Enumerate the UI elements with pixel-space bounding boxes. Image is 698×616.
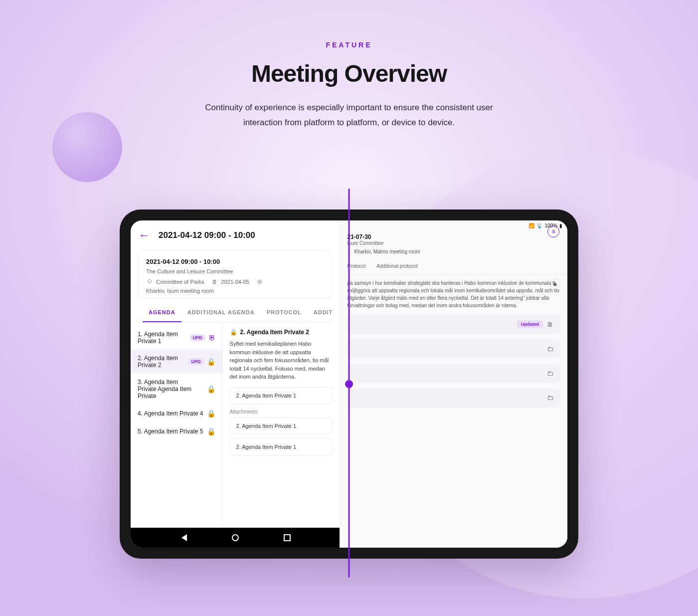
ios-body: ◉ pa samsyn i hur kemikalier strategiskt… xyxy=(340,274,567,548)
item-label: 2. Agenda Item Private 2 xyxy=(138,355,185,369)
tab-additional-protocol[interactable]: Additional protocol xyxy=(376,263,417,269)
folder-icon: 🗀 xyxy=(547,394,553,402)
android-pane: ← 2021-04-12 09:00 - 10:00 2021-04-12 09… xyxy=(131,220,340,548)
detail-body: Syftet med kemikalieplanen Habo kommun i… xyxy=(230,340,333,381)
item-label: 4. Agenda Item Private 4 xyxy=(138,410,203,417)
tab-additional-agenda[interactable]: ADDITIONAL AGENDA xyxy=(181,302,261,322)
left-split: 1. Agenda Item Private 1 UPD ⛨ 2. Agenda… xyxy=(131,323,340,528)
list-item[interactable]: 2. Agenda Item Private 2 UPD 🔒 xyxy=(131,350,222,374)
wifi-icon: 📡 xyxy=(536,223,542,228)
ios-pane: 📶 📡 100% ▮ ≡ 21-07-30 isure Committee ⇣ … xyxy=(340,220,567,548)
meeting-meta-title: 2021-04-12 09:00 - 10:00 xyxy=(146,258,324,265)
attachment-item[interactable]: 2. Agenda Item Private 1 xyxy=(230,438,333,455)
tab-additional[interactable]: ADDIT xyxy=(308,302,339,322)
meeting-date: 2021-04-05 xyxy=(221,279,249,285)
page-title: Meeting Overview xyxy=(0,60,698,87)
list-item[interactable]: 5. Agenda Item Private 5 🔒 xyxy=(131,422,222,440)
android-topbar: ← 2021-04-12 09:00 - 10:00 xyxy=(131,220,340,250)
ios-header: 21-07-30 isure Committee ⇣ Kharkiv, Malm… xyxy=(340,230,567,259)
page-subtitle: Continuity of experience is especially i… xyxy=(189,100,509,130)
list-item[interactable]: 3. Agenda Item Private Agenda Item Priva… xyxy=(131,374,222,405)
ios-date: 21-07-30 xyxy=(347,233,560,240)
ios-location: Kharkiv, Malmo meeting room xyxy=(354,249,420,254)
signal-icon: 📶 xyxy=(528,223,534,228)
badge-updated: Updated xyxy=(517,320,543,328)
header-action-icon[interactable]: ≡ xyxy=(547,225,559,237)
lock-icon: 🔒 xyxy=(207,385,215,393)
ios-status-bar: 📶 📡 100% ▮ xyxy=(340,220,567,230)
nav-back-icon[interactable] xyxy=(180,534,187,541)
lock-icon: 🔒 xyxy=(230,329,237,336)
people-icon: ⚇ xyxy=(146,278,153,285)
android-navbar xyxy=(131,528,340,548)
detail-title-row: 🔒 2. Agenda Item Private 2 xyxy=(230,329,333,336)
tab-protocol[interactable]: Protocol xyxy=(347,263,365,269)
back-arrow-icon[interactable]: ← xyxy=(139,229,150,242)
eyebrow: FEATURE xyxy=(0,41,698,49)
ios-row[interactable]: 🗀 xyxy=(347,364,560,383)
compare-handle-icon[interactable] xyxy=(345,380,353,388)
shield-icon: ⛨ xyxy=(208,334,215,342)
lock-icon: 🔒 xyxy=(207,358,215,366)
location-icon: ◎ xyxy=(256,278,263,285)
meeting-meta-subtitle: The Culture and Leisure Committee xyxy=(146,268,324,274)
meeting-meta-row: ⚇ Committee of Parks 🗓 2021-04-05 ◎ Khar… xyxy=(146,278,324,294)
ios-description-text: pa samsyn i hur kemikalier strategiskt s… xyxy=(347,280,559,308)
ios-row[interactable]: 🗀 xyxy=(347,339,560,359)
hero: FEATURE Meeting Overview Continuity of e… xyxy=(0,0,698,130)
detail-title: 2. Agenda Item Private 2 xyxy=(240,329,309,336)
list-item[interactable]: 1. Agenda Item Private 1 UPD ⛨ xyxy=(131,326,222,350)
item-label: 5. Agenda Item Private 5 xyxy=(138,428,203,435)
lock-icon: 🔒 xyxy=(207,427,215,435)
detail-subcard[interactable]: 2. Agenda Item Private 1 xyxy=(230,387,333,404)
left-tabs: AGENDA ADDITIONAL AGENDA PROTOCOL ADDIT xyxy=(139,302,332,323)
ios-row[interactable]: Updated 🗎 xyxy=(347,314,560,334)
eye-icon[interactable]: ◉ xyxy=(549,278,560,289)
item-label: 3. Agenda Item Private Agenda Item Priva… xyxy=(138,379,197,400)
ios-subtitle: isure Committee xyxy=(347,240,560,246)
nav-home-icon[interactable] xyxy=(232,534,239,541)
topbar-title: 2021-04-12 09:00 - 10:00 xyxy=(159,230,255,240)
meeting-location: Kharkiv, Isum meeting room xyxy=(146,288,214,294)
tab-agenda[interactable]: AGENDA xyxy=(143,302,181,322)
ios-row[interactable]: 🗀 xyxy=(347,388,560,408)
tab-protocol[interactable]: PROTOCOL xyxy=(261,302,308,322)
badge-upd: UPD xyxy=(190,334,205,341)
attachments-label: Attachments xyxy=(230,409,333,414)
ios-description: ◉ pa samsyn i hur kemikalier strategiskt… xyxy=(347,279,560,314)
calendar-icon: 🗓 xyxy=(211,279,218,285)
ios-location-row: ⇣ Kharkiv, Malmo meeting room xyxy=(347,249,560,254)
agenda-detail: 🔒 2. Agenda Item Private 2 Syftet med ke… xyxy=(223,323,340,528)
item-label: 1. Agenda Item Private 1 xyxy=(138,331,187,345)
attachment-item[interactable]: 2. Agenda Item Private 1 xyxy=(230,417,333,434)
nav-recent-icon[interactable] xyxy=(284,534,291,541)
list-item[interactable]: 4. Agenda Item Private 4 🔒 xyxy=(131,405,222,422)
doc-icon: 🗎 xyxy=(547,321,553,328)
badge-upd: UPD xyxy=(188,358,204,365)
lock-icon: 🔒 xyxy=(207,410,215,417)
battery-icon: ▮ xyxy=(559,223,562,228)
meeting-org: Committee of Parks xyxy=(156,279,204,285)
meeting-meta-card: 2021-04-12 09:00 - 10:00 The Culture and… xyxy=(139,250,332,298)
agenda-list: 1. Agenda Item Private 1 UPD ⛨ 2. Agenda… xyxy=(131,323,223,528)
ios-tabs: Protocol Additional protocol xyxy=(340,259,567,274)
folder-icon: 🗀 xyxy=(547,345,553,353)
folder-icon: 🗀 xyxy=(547,370,553,377)
